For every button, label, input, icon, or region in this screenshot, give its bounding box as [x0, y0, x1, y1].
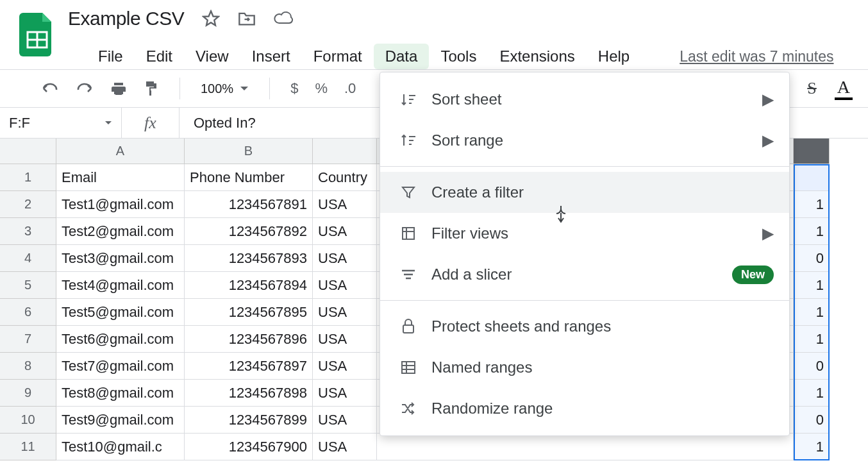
col-header-F[interactable] [794, 139, 830, 164]
row-header[interactable]: 10 [0, 407, 56, 434]
select-all-corner[interactable] [0, 139, 56, 164]
cell[interactable]: 1234567899 [185, 407, 313, 434]
cell[interactable]: 1234567896 [185, 326, 313, 353]
cell[interactable]: Country [313, 164, 377, 191]
cell[interactable]: Test8@gmail.com [56, 380, 185, 407]
menu-help[interactable]: Help [587, 44, 641, 69]
menu-insert[interactable]: Insert [240, 44, 302, 69]
cell[interactable]: Test2@gmail.com [56, 218, 185, 245]
cell[interactable]: 0 [794, 353, 830, 380]
move-folder-icon[interactable] [238, 11, 256, 26]
col-header-B[interactable]: B [185, 139, 313, 164]
cell[interactable]: USA [313, 299, 377, 326]
menu-filter-views[interactable]: Filter views ▶ [380, 213, 789, 254]
redo-icon[interactable] [76, 82, 94, 95]
cell[interactable]: 1234567892 [185, 218, 313, 245]
cell[interactable]: USA [313, 326, 377, 353]
row-header[interactable]: 7 [0, 326, 56, 353]
name-box[interactable]: F:F [0, 108, 122, 138]
cell[interactable]: 1 [794, 380, 830, 407]
cell[interactable]: USA [313, 353, 377, 380]
submenu-arrow-icon: ▶ [762, 90, 774, 108]
cloud-status-icon[interactable] [274, 12, 293, 26]
cell[interactable]: Test9@gmail.com [56, 407, 185, 434]
cell[interactable]: USA [313, 380, 377, 407]
menu-separator [380, 300, 789, 301]
cell[interactable]: USA [313, 407, 377, 434]
cell[interactable]: Test5@gmail.com [56, 299, 185, 326]
menu-named-ranges[interactable]: Named ranges [380, 347, 789, 388]
menu-edit[interactable]: Edit [135, 44, 184, 69]
menu-file[interactable]: File [87, 44, 135, 69]
cell[interactable]: 1234567894 [185, 272, 313, 299]
cell[interactable]: 0 [794, 407, 830, 434]
strikethrough-icon[interactable]: S [807, 79, 816, 98]
cell[interactable] [794, 164, 830, 191]
cell[interactable]: 0 [794, 245, 830, 272]
cell[interactable]: 1234567893 [185, 245, 313, 272]
col-header-A[interactable]: A [56, 139, 185, 164]
cell[interactable]: Test10@gmail.c [56, 434, 185, 460]
text-color-icon[interactable]: A [835, 77, 853, 100]
cell[interactable]: Test6@gmail.com [56, 326, 185, 353]
cell[interactable]: 1 [794, 326, 830, 353]
cell[interactable]: Test4@gmail.com [56, 272, 185, 299]
cell[interactable] [377, 434, 794, 460]
format-currency-button[interactable]: $ [290, 80, 298, 97]
format-percent-button[interactable]: % [315, 80, 328, 97]
row-header[interactable]: 5 [0, 272, 56, 299]
filter-views-icon [396, 226, 421, 241]
cell[interactable]: 1 [794, 434, 830, 460]
cell[interactable]: USA [313, 218, 377, 245]
row-header[interactable]: 2 [0, 191, 56, 218]
menu-create-filter[interactable]: Create a filter [380, 172, 789, 213]
cell[interactable]: 1 [794, 272, 830, 299]
menu-randomize-range[interactable]: Randomize range [380, 388, 789, 429]
formula-input[interactable]: Opted In? [179, 115, 256, 131]
col-header-C[interactable] [313, 139, 377, 164]
menu-separator [380, 166, 789, 167]
cell[interactable]: Test7@gmail.com [56, 353, 185, 380]
last-edit-link[interactable]: Last edit was 7 minutes [680, 48, 833, 65]
menu-extensions[interactable]: Extensions [488, 44, 586, 69]
star-icon[interactable] [202, 10, 220, 28]
paint-format-icon[interactable] [144, 80, 159, 97]
cell[interactable]: Phone Number [185, 164, 313, 191]
format-decimal-button[interactable]: .0 [344, 80, 356, 97]
menu-sort-sheet[interactable]: Sort sheet ▶ [380, 79, 789, 120]
menu-format[interactable]: Format [302, 44, 374, 69]
cell[interactable]: 1234567895 [185, 299, 313, 326]
menu-tools[interactable]: Tools [429, 44, 488, 69]
cell[interactable]: 1234567897 [185, 353, 313, 380]
row-header[interactable]: 3 [0, 218, 56, 245]
sheets-logo-icon[interactable] [19, 13, 55, 49]
cell[interactable]: Email [56, 164, 185, 191]
row-header[interactable]: 11 [0, 434, 56, 460]
row-header[interactable]: 8 [0, 353, 56, 380]
cell[interactable]: Test3@gmail.com [56, 245, 185, 272]
cell[interactable]: 1 [794, 299, 830, 326]
cell[interactable]: USA [313, 272, 377, 299]
document-title[interactable]: Example CSV [68, 8, 184, 30]
menu-data[interactable]: Data [374, 44, 430, 69]
print-icon[interactable] [110, 81, 127, 96]
cell[interactable]: Test1@gmail.com [56, 191, 185, 218]
cell[interactable]: 1 [794, 191, 830, 218]
row-header[interactable]: 4 [0, 245, 56, 272]
menu-add-slicer[interactable]: Add a slicer New [380, 254, 789, 295]
menu-protect-sheets[interactable]: Protect sheets and ranges [380, 306, 789, 347]
cell[interactable]: 1 [794, 218, 830, 245]
cell[interactable]: USA [313, 245, 377, 272]
menu-sort-range[interactable]: Sort range ▶ [380, 120, 789, 161]
undo-icon[interactable] [41, 82, 59, 95]
cell[interactable]: 1234567900 [185, 434, 313, 460]
cell[interactable]: 1234567898 [185, 380, 313, 407]
menu-view[interactable]: View [184, 44, 240, 69]
row-header[interactable]: 6 [0, 299, 56, 326]
cell[interactable]: USA [313, 434, 377, 460]
zoom-select[interactable]: 100% [201, 81, 249, 96]
row-header[interactable]: 1 [0, 164, 56, 191]
row-header[interactable]: 9 [0, 380, 56, 407]
cell[interactable]: 1234567891 [185, 191, 313, 218]
cell[interactable]: USA [313, 191, 377, 218]
